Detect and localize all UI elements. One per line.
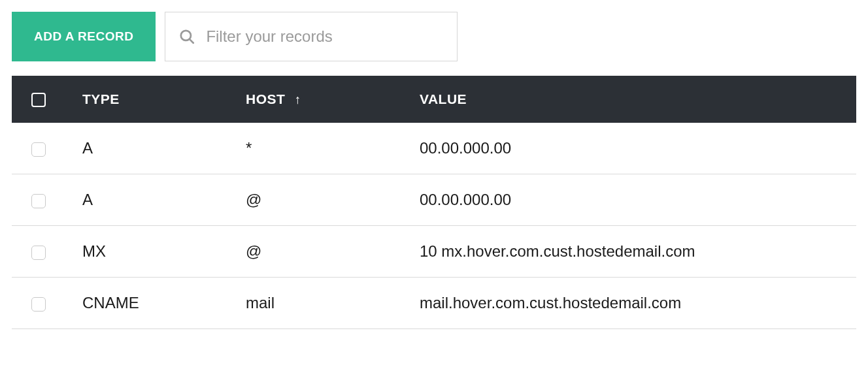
- sort-ascending-icon: ↑: [295, 93, 301, 107]
- filter-input[interactable]: [206, 27, 444, 46]
- cell-host: @: [246, 174, 417, 226]
- cell-host: *: [246, 123, 417, 174]
- column-header-value[interactable]: VALUE: [417, 76, 856, 123]
- cell-host: @: [246, 226, 417, 278]
- cell-type: CNAME: [71, 278, 246, 329]
- cell-host: mail: [246, 278, 417, 329]
- add-record-button[interactable]: ADD A RECORD: [12, 12, 156, 61]
- table-row[interactable]: CNAME mail mail.hover.com.cust.hostedema…: [12, 278, 856, 329]
- table-row[interactable]: MX @ 10 mx.hover.com.cust.hostedemail.co…: [12, 226, 856, 278]
- cell-value: 00.00.000.00: [417, 174, 856, 226]
- cell-value: 10 mx.hover.com.cust.hostedemail.com: [417, 226, 856, 278]
- filter-container: [165, 12, 458, 61]
- records-table: TYPE HOST ↑ VALUE A * 00.00.000.00 A @ 0…: [12, 76, 856, 329]
- search-icon: [178, 28, 195, 45]
- table-row[interactable]: A @ 00.00.000.00: [12, 174, 856, 226]
- cell-type: MX: [71, 226, 246, 278]
- column-header-host[interactable]: HOST ↑: [246, 76, 417, 123]
- cell-type: A: [71, 123, 246, 174]
- row-checkbox[interactable]: [31, 246, 46, 260]
- cell-type: A: [71, 174, 246, 226]
- toolbar: ADD A RECORD: [12, 12, 856, 61]
- select-all-checkbox[interactable]: [31, 93, 46, 107]
- row-checkbox[interactable]: [31, 142, 46, 157]
- svg-line-1: [190, 39, 193, 43]
- cell-value: 00.00.000.00: [417, 123, 856, 174]
- column-header-host-label: HOST: [246, 91, 285, 106]
- row-checkbox[interactable]: [31, 297, 46, 312]
- table-row[interactable]: A * 00.00.000.00: [12, 123, 856, 174]
- cell-value: mail.hover.com.cust.hostedemail.com: [417, 278, 856, 329]
- row-checkbox[interactable]: [31, 194, 46, 208]
- column-header-type[interactable]: TYPE: [71, 76, 246, 123]
- table-header-row: TYPE HOST ↑ VALUE: [12, 76, 856, 123]
